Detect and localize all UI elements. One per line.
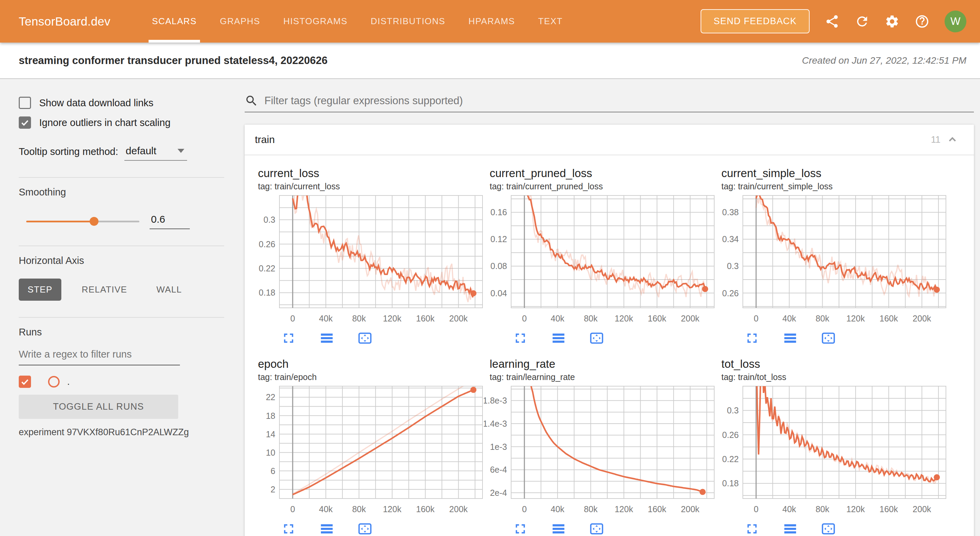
fit-domain-icon[interactable]: [589, 521, 605, 536]
svg-text:0: 0: [522, 314, 527, 323]
tab-scalars[interactable]: SCALARS: [149, 0, 200, 43]
scalar-chart-card: learning_rate tag: train/learning_rate 2…: [484, 356, 716, 536]
runs-filter-input[interactable]: [19, 347, 180, 365]
ignore-outliers-checkbox[interactable]: [19, 116, 31, 129]
chart-plot[interactable]: 0.180.220.260.3040k80k120k160k200k: [716, 384, 947, 521]
tab-graphs[interactable]: GRAPHS: [216, 0, 263, 43]
svg-text:200k: 200k: [913, 314, 931, 323]
fit-domain-icon[interactable]: [589, 330, 605, 346]
tab-histograms[interactable]: HISTOGRAMS: [280, 0, 351, 43]
data-table-icon[interactable]: [783, 330, 798, 346]
user-avatar[interactable]: W: [945, 11, 966, 32]
train-section-header[interactable]: train 11: [245, 125, 974, 155]
chart-plot[interactable]: 0.180.220.260.3040k80k120k160k200k: [252, 193, 484, 330]
tooltip-sorting-select[interactable]: default: [124, 145, 187, 161]
created-timestamp: Created on Jun 27, 2022, 12:42:51 PM: [802, 55, 966, 66]
scalar-chart-card: epoch tag: train/epoch 2610141822040k80k…: [252, 356, 484, 536]
sidebar-divider: [19, 177, 224, 178]
expand-chart-icon[interactable]: [512, 521, 528, 536]
data-table-icon[interactable]: [783, 521, 798, 536]
tab-text[interactable]: TEXT: [535, 0, 566, 43]
fit-domain-icon[interactable]: [357, 330, 373, 346]
svg-text:120k: 120k: [615, 314, 633, 323]
chart-toolbar: [281, 521, 484, 536]
smoothing-value-input[interactable]: [150, 214, 190, 229]
help-icon[interactable]: [915, 14, 929, 29]
ignore-outliers-row: Ignore outliers in chart scaling: [19, 116, 224, 129]
svg-text:1e-3: 1e-3: [490, 442, 507, 452]
sidebar-divider: [19, 317, 224, 318]
chevron-up-icon[interactable]: [946, 133, 959, 146]
chart-title: current_pruned_loss: [490, 167, 716, 180]
chart-toolbar: [512, 521, 716, 536]
experiment-id: experiment 97VKXf80Ru61CnP2ALWZZg: [19, 427, 224, 438]
svg-text:40k: 40k: [550, 314, 565, 323]
app-header: TensorBoard.dev SCALARSGRAPHSHISTOGRAMSD…: [0, 0, 980, 43]
smoothing-row: [19, 214, 224, 229]
chart-tag: tag: train/tot_loss: [721, 372, 947, 382]
app-logo: TensorBoard.dev: [19, 0, 110, 43]
run-color-swatch[interactable]: [48, 376, 60, 387]
toggle-all-runs-button[interactable]: TOGGLE ALL RUNS: [19, 395, 178, 419]
data-table-icon[interactable]: [319, 330, 335, 346]
scalars-main: train 11 current_loss tag: train/current…: [234, 79, 980, 536]
chart-title: current_loss: [258, 167, 484, 180]
axis-option-wall[interactable]: WALL: [148, 279, 191, 301]
filter-tags-input[interactable]: [264, 94, 974, 107]
refresh-icon[interactable]: [854, 14, 870, 29]
expand-chart-icon[interactable]: [281, 521, 296, 536]
expand-chart-icon[interactable]: [744, 521, 760, 536]
chart-toolbar: [512, 330, 716, 346]
scalar-chart-card: current_loss tag: train/current_loss 0.1…: [252, 165, 484, 356]
axis-option-step[interactable]: STEP: [19, 279, 61, 301]
data-table-icon[interactable]: [550, 521, 566, 536]
expand-chart-icon[interactable]: [512, 330, 528, 346]
svg-text:40k: 40k: [783, 504, 796, 514]
ignore-outliers-label: Ignore outliers in chart scaling: [39, 117, 170, 128]
smoothing-slider[interactable]: [26, 220, 139, 222]
svg-text:0.04: 0.04: [490, 289, 507, 298]
svg-text:1.8e-3: 1.8e-3: [484, 396, 507, 405]
svg-text:200k: 200k: [681, 504, 700, 514]
tooltip-sorting-value: default: [126, 145, 156, 157]
svg-text:0: 0: [754, 314, 759, 323]
tab-hparams[interactable]: HPARAMS: [465, 0, 518, 43]
chart-title: learning_rate: [490, 358, 716, 371]
smoothing-slider-thumb[interactable]: [90, 217, 99, 226]
svg-text:40k: 40k: [319, 314, 333, 323]
svg-text:80k: 80k: [352, 314, 366, 323]
show-download-links-checkbox[interactable]: [19, 97, 31, 109]
svg-text:1.4e-3: 1.4e-3: [484, 419, 507, 428]
fit-domain-icon[interactable]: [357, 521, 373, 536]
chart-plot[interactable]: 2610141822040k80k120k160k200k: [252, 384, 484, 521]
data-table-icon[interactable]: [550, 330, 566, 346]
run-name: .: [67, 376, 70, 387]
axis-option-relative[interactable]: RELATIVE: [73, 279, 136, 301]
send-feedback-button[interactable]: SEND FEEDBACK: [701, 9, 810, 33]
settings-gear-icon[interactable]: [885, 14, 900, 29]
svg-text:120k: 120k: [846, 314, 865, 323]
show-download-links-label: Show data download links: [39, 97, 153, 109]
expand-chart-icon[interactable]: [281, 330, 296, 346]
chart-tag: tag: train/current_simple_loss: [721, 181, 947, 191]
chart-plot[interactable]: 2e-46e-41e-31.4e-31.8e-3040k80k120k160k2…: [484, 384, 716, 521]
svg-text:0.34: 0.34: [722, 234, 739, 244]
fit-domain-icon[interactable]: [821, 330, 836, 346]
data-table-icon[interactable]: [319, 521, 335, 536]
chevron-down-icon: [178, 149, 185, 153]
svg-text:160k: 160k: [648, 504, 667, 514]
run-checkbox[interactable]: [19, 376, 31, 388]
svg-text:0.3: 0.3: [727, 406, 739, 415]
chart-plot[interactable]: 0.040.080.120.16040k80k120k160k200k: [484, 193, 716, 330]
svg-text:40k: 40k: [783, 314, 796, 323]
svg-text:2: 2: [270, 485, 275, 494]
tab-distributions[interactable]: DISTRIBUTIONS: [368, 0, 449, 43]
svg-text:0.38: 0.38: [722, 208, 739, 217]
nav-tabs: SCALARSGRAPHSHISTOGRAMSDISTRIBUTIONSHPAR…: [149, 0, 582, 43]
runs-label: Runs: [19, 327, 224, 338]
horizontal-axis-label: Horizontal Axis: [19, 255, 224, 266]
expand-chart-icon[interactable]: [744, 330, 760, 346]
fit-domain-icon[interactable]: [821, 521, 836, 536]
share-icon[interactable]: [825, 14, 840, 29]
chart-plot[interactable]: 0.260.30.340.38040k80k120k160k200k: [716, 193, 947, 330]
